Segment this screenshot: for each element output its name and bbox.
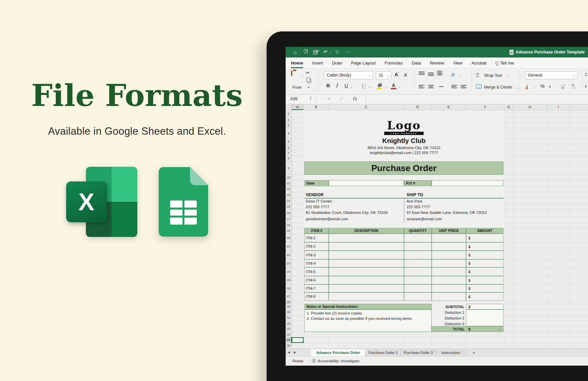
row-header-9[interactable]: 9 <box>286 161 292 175</box>
item-row-cell[interactable] <box>404 234 432 242</box>
item-row-cell[interactable] <box>432 284 466 292</box>
accounting-format-icon[interactable] <box>527 85 528 89</box>
paste-button-label[interactable]: Paste <box>288 85 306 89</box>
orientation-icon[interactable]: ab <box>450 72 456 77</box>
row-header-7[interactable]: 7 <box>286 150 292 156</box>
item-row-cell[interactable] <box>329 276 404 284</box>
next-sheet-icon[interactable]: ▶ <box>294 351 296 354</box>
item-row-cell[interactable] <box>404 284 432 292</box>
deductions-amount-cell[interactable] <box>466 309 503 326</box>
row-header-35[interactable]: 35 <box>286 337 292 343</box>
item-number-cell[interactable]: ITM-6 <box>304 276 329 284</box>
align-middle-icon[interactable] <box>428 72 434 77</box>
item-row-cell[interactable] <box>432 267 466 276</box>
item-row-cell[interactable] <box>404 276 432 284</box>
column-header-B[interactable]: B <box>304 104 329 110</box>
row-header-32[interactable]: 32 <box>286 321 292 326</box>
row-header-6[interactable]: 6 <box>286 145 292 150</box>
item-row-cell[interactable] <box>432 242 466 251</box>
save-icon[interactable] <box>303 48 309 54</box>
sheet-tab-2[interactable]: Purchase Order 2 <box>365 349 401 357</box>
item-amount-cell[interactable]: $- <box>466 284 503 292</box>
column-header-A[interactable]: A <box>292 104 304 110</box>
decrease-decimal-icon[interactable]: .00→.0 <box>570 84 575 89</box>
row-header-19[interactable]: 19 <box>286 228 292 234</box>
item-row-cell[interactable] <box>432 276 466 284</box>
row-header-28[interactable]: 28 <box>286 301 292 304</box>
item-row-cell[interactable] <box>432 234 466 242</box>
paste-chevron-icon[interactable]: ⌄ <box>301 74 304 77</box>
row-header-29[interactable]: 29 <box>286 304 292 309</box>
font-name-select[interactable]: Calibri (Body) ⌄ <box>324 71 373 79</box>
underline-icon[interactable]: U <box>344 83 348 88</box>
percent-style-icon[interactable]: % <box>540 83 545 89</box>
merge-center-label[interactable]: Merge & Center <box>484 85 512 90</box>
ribbon-tab-draw[interactable]: Draw <box>332 57 342 68</box>
po-number-label-cell[interactable]: P.O # <box>404 180 432 186</box>
align-right-icon[interactable] <box>437 84 443 89</box>
underline-chevron-icon[interactable]: ⌄ <box>350 85 353 88</box>
copy-icon[interactable] <box>306 78 310 82</box>
enter-icon[interactable]: ✓ <box>340 96 343 101</box>
merge-center-chevron-icon[interactable]: ⌄ <box>516 86 518 89</box>
item-row-cell[interactable] <box>432 292 466 301</box>
item-number-cell[interactable]: ITM-3 <box>304 251 329 259</box>
selected-cell-A35[interactable] <box>292 337 304 343</box>
item-row-cell[interactable] <box>404 292 432 301</box>
row-header-4[interactable]: 4 <box>286 128 292 139</box>
prev-sheet-icon[interactable]: ◀ <box>288 351 290 354</box>
item-amount-cell[interactable]: $- <box>466 276 503 284</box>
row-header-13[interactable]: 13 <box>286 192 292 198</box>
item-number-cell[interactable]: ITM-2 <box>304 242 329 251</box>
item-row-cell[interactable] <box>329 267 404 276</box>
add-sheet-button[interactable]: + <box>469 349 478 357</box>
sheet-tab-1[interactable]: Advance Purchase Order <box>311 349 365 357</box>
ribbon-tab-tell-me[interactable]: Tell me <box>495 57 514 68</box>
item-row-cell[interactable] <box>432 251 466 259</box>
item-number-cell[interactable]: ITM-1 <box>304 234 329 242</box>
wrap-text-icon[interactable]: abc↩ <box>476 73 480 78</box>
column-header-C[interactable]: C <box>329 104 404 110</box>
date-value-cell[interactable] <box>329 180 404 186</box>
column-header-G[interactable]: G <box>504 104 513 110</box>
ribbon-tab-data[interactable]: Data <box>412 57 421 68</box>
row-header-21[interactable]: 21 <box>286 242 292 251</box>
row-header-15[interactable]: 15 <box>286 204 292 210</box>
increase-indent-icon[interactable] <box>461 84 467 89</box>
ribbon-tab-review[interactable]: Review <box>430 57 444 68</box>
row-header-16[interactable]: 16 <box>286 210 292 216</box>
borders-chevron-icon[interactable]: ⌄ <box>369 85 371 88</box>
align-left-icon[interactable] <box>419 84 425 89</box>
row-header-33[interactable]: 33 <box>286 326 292 332</box>
row-header-18[interactable]: 18 <box>286 223 292 228</box>
fill-color-icon[interactable] <box>378 83 382 88</box>
accounting-chevron-icon[interactable]: ⌄ <box>534 86 536 89</box>
orientation-chevron-icon[interactable]: ⌄ <box>458 74 461 77</box>
row-header-26[interactable]: 26 <box>286 284 292 292</box>
ribbon-tab-acrobat[interactable]: Acrobat <box>471 57 486 68</box>
home-icon[interactable]: ⌂ <box>294 47 297 57</box>
ribbon-tab-view[interactable]: View <box>453 57 462 68</box>
ship-to-phone[interactable]: 222 555 7777 <box>407 205 430 209</box>
row-header-23[interactable]: 23 <box>286 259 292 267</box>
item-amount-cell[interactable]: $- <box>466 259 503 267</box>
notes-box[interactable]: 1. Provide two (2) invoice copies 2. Con… <box>304 309 432 332</box>
item-row-cell[interactable] <box>404 267 432 276</box>
vendor-address[interactable]: 81 Studebaker Court, Oklahoma City, OK 7… <box>306 211 388 215</box>
po-number-value-cell[interactable] <box>432 180 503 186</box>
notes-header-cell[interactable]: Notes or Special Instructions: <box>304 304 432 309</box>
row-header-5[interactable]: 5 <box>286 139 292 145</box>
redo-icon[interactable]: ↻ <box>335 47 339 57</box>
sheet-tab-4[interactable]: Instructions <box>436 349 466 357</box>
item-row-cell[interactable] <box>329 284 404 292</box>
vendor-name[interactable]: Gone IT Center <box>306 199 332 203</box>
shrink-font-icon[interactable]: Aˇ <box>404 73 408 78</box>
row-header-10[interactable]: 10 <box>286 175 292 180</box>
item-row-cell[interactable] <box>329 259 404 267</box>
wrap-text-label[interactable]: Wrap Text <box>484 73 502 78</box>
number-format-select[interactable]: General ⌄ <box>525 71 578 79</box>
insert-function-icon[interactable]: fx <box>352 96 357 101</box>
total-row[interactable]: TOTAL $ - <box>432 326 503 332</box>
vendor-email[interactable]: goneitcenter@email.com <box>306 217 348 221</box>
subtotal-amount-cell[interactable]: $ - <box>466 304 503 309</box>
